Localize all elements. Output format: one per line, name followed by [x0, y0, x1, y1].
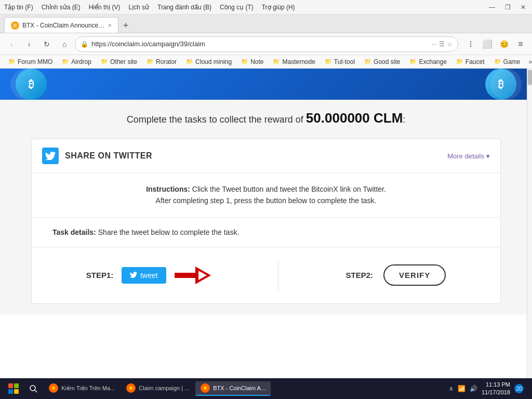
firefox-icon: [201, 383, 210, 393]
left-coin: ₿: [16, 69, 47, 100]
bookmark-masternode[interactable]: 📁 Masternode: [269, 57, 319, 66]
bookmarks-more-button[interactable]: »: [525, 57, 532, 66]
svg-point-10: [204, 387, 207, 390]
tray-up-arrow-icon[interactable]: ∧: [449, 385, 454, 392]
verify-button[interactable]: VERIFY: [383, 264, 446, 286]
logo-quadrant: [8, 383, 13, 388]
folder-icon: 📁: [241, 58, 248, 65]
step-divider: [278, 260, 278, 291]
logo-quadrant: [14, 389, 19, 394]
bookmark-tut-tool[interactable]: 📁 Tut-tool: [321, 57, 359, 66]
menu-taptin[interactable]: Tập tin (F): [4, 4, 33, 11]
reward-prefix: Complete the tasks to collect the reward…: [127, 114, 303, 125]
logo-quadrant: [14, 383, 19, 388]
bookmark-star-icon[interactable]: ☆: [447, 41, 453, 48]
instructions-text: Click the Tweet button and tweet the Bit…: [192, 185, 386, 193]
step1-container: STEP1: tweet: [86, 267, 211, 284]
bookmark-label: Rorator: [156, 58, 177, 65]
taskbar-app-label: BTX - CoinClaim A...: [213, 385, 265, 391]
taskbar-app-label: Kiếm Tiền Trên Ma...: [61, 385, 115, 392]
back-button[interactable]: ‹: [4, 37, 19, 51]
folder-icon: 📁: [186, 58, 193, 65]
bookmark-other-site[interactable]: 📁 Other site: [97, 57, 141, 66]
forward-button[interactable]: ›: [22, 37, 36, 51]
bookmark-game[interactable]: 📁 Game: [490, 57, 525, 66]
new-tab-button[interactable]: +: [118, 18, 133, 33]
tab-favicon: B: [11, 21, 19, 30]
folder-icon: 📁: [364, 58, 371, 65]
bookmark-label: Note: [250, 58, 263, 65]
svg-point-6: [52, 387, 55, 390]
refresh-button[interactable]: ↻: [39, 37, 54, 51]
notification-badge[interactable]: 20: [514, 384, 524, 393]
logo-quadrant: [8, 389, 13, 394]
right-coin: ₿: [485, 69, 516, 100]
bookmark-airdrop[interactable]: 📁 Airdrop: [58, 57, 96, 66]
address-bar[interactable]: 🔒 https://coinclaim.io/campaign/39/claim…: [75, 36, 458, 52]
system-clock[interactable]: 11:13 PM 11/17/2018: [482, 381, 510, 397]
folder-icon: 📁: [325, 58, 332, 65]
taskbar-app-claim[interactable]: Claim campaign | ...: [121, 381, 194, 396]
tweet-button[interactable]: tweet: [122, 267, 166, 284]
bookmark-label: Forum MMO: [18, 58, 52, 65]
instructions-line2: After completing step 1, press the butto…: [52, 195, 480, 206]
tray-date-text: 11/17/2018: [482, 389, 510, 396]
reward-suffix: :: [403, 114, 405, 125]
sync-icon[interactable]: ⬜: [480, 37, 495, 51]
tweet-button-icon: [130, 271, 137, 280]
menu-hienthi[interactable]: Hiển thị (V): [89, 4, 121, 11]
step2-container: STEP2: VERIFY: [346, 264, 446, 286]
folder-icon: 📁: [62, 58, 69, 65]
tweet-button-label: tweet: [140, 271, 157, 280]
bookmark-rorator[interactable]: 📁 Rorator: [142, 57, 181, 66]
taskbar-app-kiemtien[interactable]: Kiếm Tiền Trên Ma...: [44, 381, 120, 396]
menu-chinhtua[interactable]: Chỉnh sửa (E): [42, 4, 81, 11]
step1-label: STEP1:: [86, 271, 114, 280]
menu-lichsu[interactable]: Lịch sử: [128, 4, 149, 11]
taskbar-app-btx[interactable]: BTX - CoinClaim A...: [195, 381, 271, 396]
task-details: Task details: Share the tweet below to c…: [32, 218, 500, 247]
restore-button[interactable]: ❒: [503, 3, 512, 12]
more-details-button[interactable]: More details ▾: [447, 152, 490, 160]
menu-congcu[interactable]: Công cụ (T): [220, 4, 254, 11]
task-instructions: Instructions: Click the Tweet button and…: [32, 173, 500, 218]
bookmark-label: Faucet: [466, 58, 485, 65]
folder-icon: 📁: [101, 58, 108, 65]
menu-trogiup[interactable]: Trợ giúp (H): [262, 4, 295, 11]
start-button[interactable]: [4, 379, 23, 398]
bookmark-faucet[interactable]: 📁 Faucet: [452, 57, 489, 66]
more-options-icon[interactable]: ···: [432, 41, 437, 48]
profile-icon[interactable]: 😊: [497, 37, 511, 51]
scrollbar-thumb[interactable]: [528, 70, 532, 85]
home-button[interactable]: ⌂: [57, 37, 72, 51]
reader-icon[interactable]: ☰: [439, 41, 445, 48]
minimize-button[interactable]: —: [487, 3, 497, 12]
bookmark-forum-mmo[interactable]: 📁 Forum MMO: [4, 57, 57, 66]
folder-icon: 📁: [494, 58, 501, 65]
hamburger-menu-button[interactable]: ≡: [513, 37, 528, 51]
bookmark-note[interactable]: 📁 Note: [237, 57, 268, 66]
taskbar-search-button[interactable]: [25, 380, 42, 397]
bookmark-good-site[interactable]: 📁 Good site: [360, 57, 404, 66]
nav-bar: ‹ › ↻ ⌂ 🔒 https://coinclaim.io/campaign/…: [0, 33, 532, 55]
step2-label: STEP2:: [346, 271, 374, 280]
active-tab[interactable]: B BTX - CoinClaim Announce Sh ×: [4, 17, 118, 33]
tab-close-button[interactable]: ×: [108, 21, 112, 29]
instructions-label: Instructions:: [146, 185, 190, 193]
tray-time-text: 11:13 PM: [482, 381, 510, 389]
page-header-banner: ₿ ₿: [0, 69, 532, 100]
url-text: https://coinclaim.io/campaign/39/claim: [91, 40, 429, 48]
bookmark-label: Other site: [110, 58, 137, 65]
red-arrow-svg: [175, 267, 211, 284]
tab-bar: B BTX - CoinClaim Announce Sh × +: [0, 15, 532, 33]
bookmark-exchange[interactable]: 📁 Exchange: [405, 57, 450, 66]
more-details-label: More details: [447, 152, 484, 160]
menu-trangdanh[interactable]: Trang đánh dấu (B): [157, 4, 211, 11]
svg-point-8: [129, 387, 132, 390]
close-button[interactable]: ✕: [518, 3, 528, 12]
taskbar: Kiếm Tiền Trên Ma... Claim campaign | ..…: [0, 378, 532, 399]
scrollbar-track[interactable]: [527, 69, 532, 378]
volume-icon: 🔊: [470, 385, 477, 392]
bookmark-cloud-mining[interactable]: 📁 Cloud mining: [182, 57, 236, 66]
library-icon[interactable]: ⫶: [463, 37, 478, 51]
